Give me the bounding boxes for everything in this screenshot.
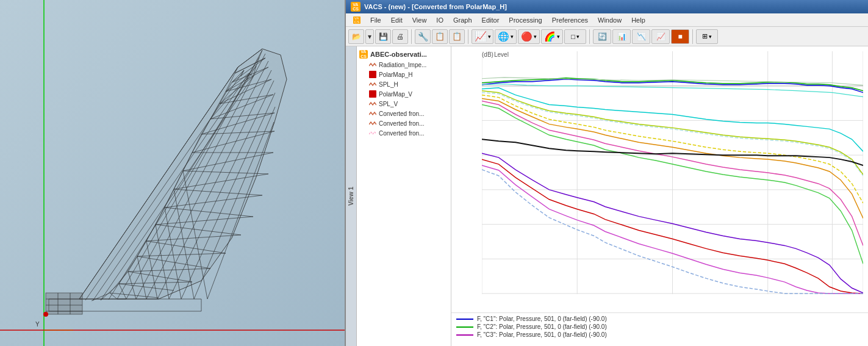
- tree-item-spl-h[interactable]: SPL_H: [357, 79, 451, 89]
- solid-icon-red: [369, 71, 376, 78]
- sep3: [589, 29, 590, 44]
- tree-item-label: Radiation_Impe...: [379, 62, 426, 68]
- open-button[interactable]: 📂: [348, 29, 364, 44]
- action-btn3[interactable]: 📉: [632, 29, 650, 44]
- wave-icon-conv2: [369, 120, 376, 127]
- legend-color-c3: [456, 334, 473, 336]
- title-bar: VACS VACS - (new) - [Converted from Pola…: [346, 0, 868, 13]
- sep1: [411, 29, 412, 44]
- sep4: [692, 29, 693, 44]
- menu-window[interactable]: Window: [593, 15, 626, 25]
- chart-svg: 5 0 -5 -10 -15 -20 -25 -30 1k 2k 5k 10k: [482, 51, 863, 294]
- chart-area[interactable]: (dB) Level: [451, 46, 868, 346]
- menu-icon-area: VACS: [348, 15, 365, 25]
- tree-item-label: PolarMap_H: [379, 71, 413, 78]
- view-label-tab: View 1: [346, 46, 357, 346]
- wave-icon-spl: [369, 81, 376, 88]
- menu-bar: VACS File Edit View IO Graph Editor Proc…: [346, 13, 868, 27]
- action-btn4[interactable]: 📈: [651, 29, 670, 44]
- style-dropdown[interactable]: 🌈▾: [541, 29, 563, 44]
- legend-label-c3: F, "C3": Polar, Pressure, 501, 0 (far-fi…: [477, 331, 607, 338]
- stop-button[interactable]: ■: [671, 29, 689, 44]
- action-btn2[interactable]: 📊: [612, 29, 631, 44]
- tree-item-polarmap-v[interactable]: PolarMap_V: [357, 89, 451, 99]
- legend-item-c1: F, "C1": Polar, Pressure, 501, 0 (far-fi…: [456, 315, 863, 322]
- wave-icon-conv3: [369, 129, 376, 137]
- menu-io[interactable]: IO: [431, 15, 448, 25]
- legend-item-c2: F, "C2": Polar, Pressure, 501, 0 (far-fi…: [456, 323, 863, 330]
- chart-db-label: (dB): [482, 51, 493, 58]
- legend-area: F, "C1": Polar, Pressure, 501, 0 (far-fi…: [451, 312, 868, 346]
- wave-icon-splv: [369, 100, 376, 107]
- tree-item-converted3[interactable]: Converted fron...: [357, 128, 451, 138]
- tree-item-label: SPL_H: [379, 81, 398, 88]
- tree-item-label: Converted fron...: [379, 130, 424, 137]
- print-button[interactable]: 🖨: [392, 29, 408, 44]
- svg-point-98: [43, 312, 48, 317]
- sep2: [468, 29, 468, 44]
- menu-graph[interactable]: Graph: [448, 15, 477, 25]
- save-button[interactable]: 💾: [375, 29, 391, 44]
- color-dropdown[interactable]: 🔴▾: [518, 29, 540, 44]
- view-options-dropdown[interactable]: 🌐▾: [495, 29, 517, 44]
- tree-item-spl-v[interactable]: SPL_V: [357, 99, 451, 109]
- menu-preferences[interactable]: Preferences: [547, 15, 593, 25]
- 3d-viewport[interactable]: Y: [0, 0, 345, 346]
- app-icon: VACS: [351, 2, 360, 12]
- chart-container: (dB) Level: [451, 46, 868, 312]
- tree-item-converted2[interactable]: Converted fron...: [357, 118, 451, 128]
- menu-editor[interactable]: Editor: [477, 15, 504, 25]
- tree-panel: VACS ABEC-observati... Radiation_Impe...…: [357, 46, 451, 346]
- tool-btn3[interactable]: 📋: [449, 29, 465, 44]
- tool-btn1[interactable]: 🔧: [415, 29, 431, 44]
- tree-item-label: Converted fron...: [379, 110, 424, 117]
- chart-level-label: Level: [494, 51, 509, 58]
- menu-file[interactable]: File: [365, 15, 386, 25]
- tree-item-label: SPL_V: [379, 101, 398, 107]
- tree-item-label: Converted fron...: [379, 120, 424, 127]
- rect-dropdown[interactable]: □▾: [564, 29, 586, 44]
- solid-icon-red2: [369, 90, 376, 98]
- graph-type-dropdown[interactable]: 📈▾: [472, 29, 493, 44]
- dropdown-arrow1[interactable]: ▾: [365, 29, 374, 44]
- action-btn1[interactable]: 🔄: [593, 29, 611, 44]
- menu-view[interactable]: View: [407, 15, 432, 25]
- wave-icon: [369, 61, 376, 68]
- main-content: View 1 VACS ABEC-observati... Radiation_…: [346, 46, 868, 346]
- svg-text:Y: Y: [35, 321, 40, 328]
- tree-root-label: ABEC-observati...: [370, 51, 427, 58]
- legend-label-c1: F, "C1": Polar, Pressure, 501, 0 (far-fi…: [477, 315, 607, 322]
- legend-label-c2: F, "C2": Polar, Pressure, 501, 0 (far-fi…: [477, 323, 607, 330]
- menu-help[interactable]: Help: [626, 15, 650, 25]
- toolbar: 📂 ▾ 💾 🖨 🔧 📋 📋 📈▾ 🌐▾ 🔴▾ 🌈▾ □▾ 🔄 📊 📉 📈 ■: [346, 27, 868, 46]
- app-title: VACS - (new) - [Converted from PolarMap_…: [364, 3, 507, 10]
- root-icon: VACS: [359, 50, 368, 59]
- tree-item-radiation[interactable]: Radiation_Impe...: [357, 60, 451, 70]
- legend-item-c3: F, "C3": Polar, Pressure, 501, 0 (far-fi…: [456, 331, 863, 338]
- tree-root-item[interactable]: VACS ABEC-observati...: [357, 49, 451, 60]
- tree-item-label: PolarMap_V: [379, 91, 412, 98]
- legend-color-c2: [456, 326, 473, 328]
- vacs-application: VACS VACS - (new) - [Converted from Pola…: [345, 0, 868, 346]
- wave-icon-conv1: [369, 110, 376, 117]
- menu-processing[interactable]: Processing: [504, 15, 547, 25]
- tree-item-polarmap-h[interactable]: PolarMap_H: [357, 70, 451, 79]
- legend-color-c1: [456, 319, 473, 320]
- menu-edit[interactable]: Edit: [386, 15, 407, 25]
- grid-dropdown[interactable]: ⊞▾: [696, 29, 718, 44]
- view-label-text: View 1: [348, 187, 354, 206]
- tool-btn2[interactable]: 📋: [432, 29, 448, 44]
- vacs-menu-icon: VACS: [353, 16, 360, 24]
- tree-item-converted1[interactable]: Converted fron...: [357, 109, 451, 118]
